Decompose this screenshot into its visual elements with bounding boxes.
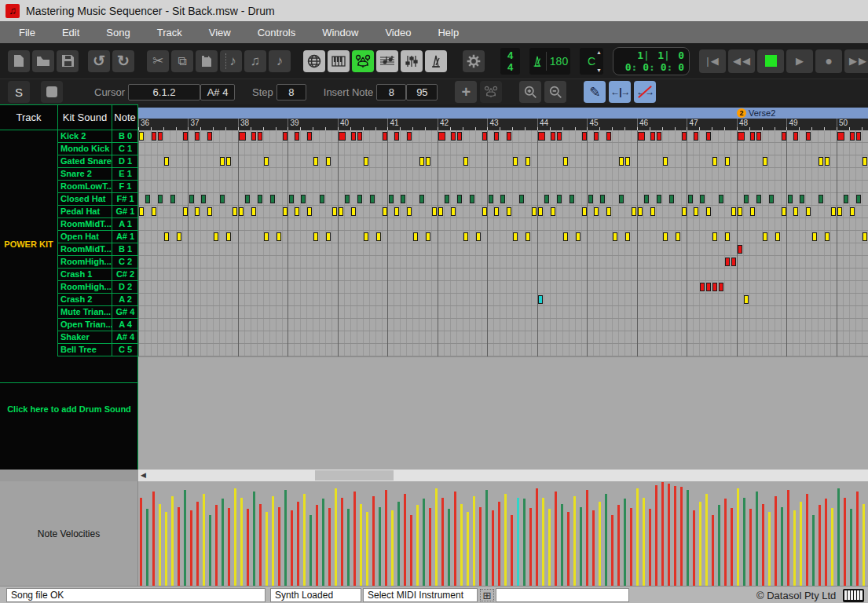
piano-status-icon[interactable] bbox=[843, 589, 864, 602]
velocity-bar[interactable] bbox=[498, 502, 500, 586]
velocity-bar[interactable] bbox=[247, 509, 249, 586]
velocity-bar[interactable] bbox=[661, 482, 664, 586]
note-cell[interactable] bbox=[432, 207, 437, 216]
note-cell[interactable] bbox=[451, 132, 456, 141]
score-view-button[interactable] bbox=[376, 50, 398, 72]
kit-sound-cell[interactable]: Snare 2 bbox=[57, 168, 112, 180]
kit-sound-cell[interactable]: RoomHigh... bbox=[57, 256, 112, 268]
verse-marker[interactable]: 2 Verse2 bbox=[737, 108, 775, 119]
velocity-bar[interactable] bbox=[454, 492, 456, 586]
velocity-bar[interactable] bbox=[775, 496, 777, 586]
velocity-bar[interactable] bbox=[605, 494, 607, 586]
velocity-bar[interactable] bbox=[693, 510, 695, 586]
note-cell[interactable] bbox=[763, 232, 767, 241]
velocity-bar[interactable] bbox=[209, 515, 211, 586]
note-cell[interactable] bbox=[863, 232, 867, 241]
velocity-bar[interactable] bbox=[291, 510, 293, 586]
play-button[interactable]: ▶ bbox=[786, 49, 813, 73]
note-cell[interactable] bbox=[394, 207, 399, 216]
redo-button[interactable]: ↻ bbox=[112, 50, 134, 72]
note-cell[interactable] bbox=[500, 195, 505, 203]
velocity-bar[interactable] bbox=[492, 510, 494, 586]
note-cell[interactable] bbox=[712, 157, 717, 166]
note-cell[interactable] bbox=[482, 207, 487, 216]
note-cell[interactable] bbox=[145, 195, 150, 203]
note-cell[interactable] bbox=[850, 207, 855, 216]
mute-button[interactable] bbox=[41, 81, 63, 103]
stop-button[interactable] bbox=[757, 49, 784, 73]
velocity-bar[interactable] bbox=[284, 490, 287, 586]
note-cell[interactable] bbox=[706, 283, 711, 291]
web-view-button[interactable] bbox=[303, 50, 325, 72]
velocity-bar[interactable] bbox=[617, 505, 620, 586]
note-cell[interactable] bbox=[189, 195, 194, 203]
note-cell[interactable] bbox=[582, 132, 587, 141]
kit-sound-cell[interactable]: RoomMidT... bbox=[57, 243, 112, 255]
note-cell[interactable] bbox=[863, 157, 867, 166]
velocity-bar[interactable] bbox=[548, 509, 551, 586]
note-cell[interactable] bbox=[725, 232, 730, 241]
velocity-bar[interactable] bbox=[159, 504, 161, 586]
add-drum-sound-prompt[interactable]: Click here to add Drum Sound bbox=[0, 404, 138, 414]
marker-bar[interactable]: 2 Verse2 bbox=[138, 108, 868, 119]
note-cell[interactable] bbox=[289, 195, 294, 203]
velocity-bar[interactable] bbox=[228, 508, 230, 586]
velocity-canvas[interactable] bbox=[138, 481, 868, 586]
velocity-bar[interactable] bbox=[787, 490, 789, 586]
note-cell[interactable] bbox=[152, 132, 156, 141]
note-cell[interactable] bbox=[139, 132, 144, 141]
velocity-bar[interactable] bbox=[190, 510, 192, 586]
velocity-bar[interactable] bbox=[397, 502, 400, 586]
velocity-bar[interactable] bbox=[712, 515, 714, 586]
note-cell[interactable] bbox=[195, 132, 200, 141]
fast-forward-button[interactable]: ▶▶ bbox=[844, 49, 868, 73]
note-cell[interactable] bbox=[313, 157, 318, 166]
note-cell[interactable] bbox=[557, 195, 562, 203]
drum-kit-button[interactable] bbox=[480, 81, 502, 103]
note-cell[interactable] bbox=[625, 157, 630, 166]
note-cell[interactable] bbox=[825, 232, 830, 241]
note-cell[interactable] bbox=[394, 132, 399, 141]
note-cell[interactable] bbox=[507, 207, 511, 216]
velocity-bar[interactable] bbox=[523, 499, 526, 586]
note-cell[interactable] bbox=[251, 132, 256, 141]
velocity-bar[interactable] bbox=[215, 505, 218, 586]
note-cell[interactable] bbox=[177, 232, 181, 241]
add-button[interactable]: + bbox=[455, 81, 477, 103]
note-cell[interactable] bbox=[738, 245, 742, 254]
velocity-bar[interactable] bbox=[366, 512, 368, 586]
velocity-bar[interactable] bbox=[309, 515, 312, 586]
velocity-bar[interactable] bbox=[731, 508, 733, 586]
velocity-bar[interactable] bbox=[196, 502, 199, 586]
note-cell[interactable] bbox=[283, 207, 288, 216]
note-cell[interactable] bbox=[513, 157, 518, 166]
note-cell[interactable] bbox=[489, 195, 493, 203]
velocity-bar[interactable] bbox=[429, 508, 431, 586]
note-cell[interactable] bbox=[376, 232, 381, 241]
note-cell[interactable] bbox=[806, 207, 811, 216]
note-cell[interactable] bbox=[264, 157, 269, 166]
note-cell[interactable] bbox=[183, 207, 188, 216]
horizontal-scrollbar[interactable]: ◀ bbox=[138, 470, 868, 481]
velocity-bar[interactable] bbox=[203, 494, 205, 586]
rewind-button[interactable]: ◀◀ bbox=[728, 49, 755, 73]
note-cell[interactable] bbox=[570, 195, 574, 203]
note-cell[interactable] bbox=[326, 157, 331, 166]
kit-sound-cell[interactable]: Crash 1 bbox=[57, 269, 112, 280]
note-cell[interactable] bbox=[744, 295, 749, 304]
velocity-bar[interactable] bbox=[529, 508, 532, 586]
note-cell[interactable] bbox=[264, 232, 269, 241]
menu-controls[interactable]: Controls bbox=[250, 23, 303, 42]
velocity-bar[interactable] bbox=[705, 494, 708, 586]
note-cell[interactable] bbox=[669, 195, 674, 203]
note-cell[interactable] bbox=[164, 232, 169, 241]
note-cell[interactable] bbox=[750, 132, 755, 141]
note-cell[interactable] bbox=[258, 195, 262, 203]
note-cell[interactable] bbox=[819, 157, 823, 166]
note-cell[interactable] bbox=[644, 195, 649, 203]
menu-video[interactable]: Video bbox=[377, 23, 419, 42]
velocity-bar[interactable] bbox=[567, 512, 570, 586]
note-cell[interactable] bbox=[600, 195, 605, 203]
copy-button[interactable]: ⧉ bbox=[171, 50, 193, 72]
note-cell[interactable] bbox=[538, 207, 543, 216]
